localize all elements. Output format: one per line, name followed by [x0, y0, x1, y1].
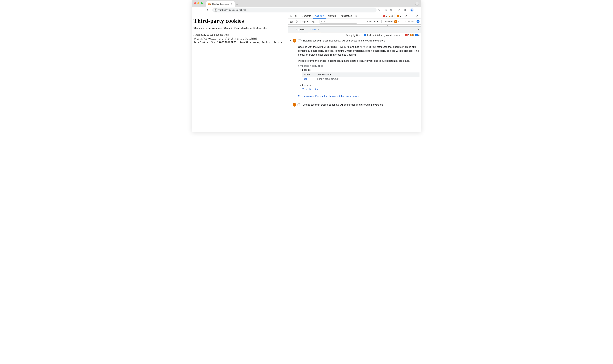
drawer-tab-issues[interactable]: Issues ✕ — [308, 26, 321, 32]
issue-flag-icon: ! — [293, 39, 296, 42]
live-expression-icon[interactable] — [312, 20, 315, 23]
filter-input[interactable]: Filter — [319, 20, 357, 24]
devtools-close-button[interactable]: ✕ — [416, 14, 419, 17]
affected-requests-toggle[interactable]: ▼1 request — [298, 84, 419, 87]
context-selector[interactable]: top ▼ — [302, 20, 308, 23]
issues-link[interactable]: 2 Issues: ! 2 — [385, 20, 399, 23]
svg-line-7 — [380, 10, 380, 11]
svg-point-3 — [215, 9, 215, 10]
bookmark-icon[interactable]: ☆ — [384, 8, 388, 12]
page-mono-2: Set-Cookie: 3pc=1703240163971; SameSite=… — [194, 41, 286, 44]
cookie-domain: x-origin-src.glitch.me/ — [315, 77, 350, 81]
svg-rect-10 — [404, 9, 406, 11]
issue-row[interactable]: ▶ ! 1 Setting cookie in cross-site conte… — [288, 102, 421, 107]
console-settings-icon[interactable] — [417, 20, 419, 23]
error-count[interactable]: 1 — [383, 14, 387, 17]
console-settings-strip — [288, 25, 421, 26]
issue-title: Reading cookie in cross-site context wil… — [303, 39, 385, 42]
minimize-window-button[interactable] — [197, 2, 199, 4]
tab-title: Third-party cookies — [212, 3, 229, 5]
traffic-lights — [194, 2, 203, 4]
svg-point-12 — [411, 9, 412, 10]
sidebar-toggle-icon[interactable] — [290, 20, 293, 23]
console-toolbar: top ▼ Filter All levels ▼ — [288, 19, 421, 25]
page-intro: This demo tries to set one. That's it. T… — [194, 27, 286, 30]
page-heading: Third-party cookies — [194, 17, 286, 24]
tab-network[interactable]: Network — [326, 13, 338, 19]
issue-row[interactable]: ▼ ! 1 Reading cookie in cross-site conte… — [288, 38, 421, 43]
drawer-tab-bar: ⋮ Console Issues ✕ ✕ — [288, 26, 421, 32]
hidden-count[interactable]: 3 hidden — [405, 20, 414, 23]
close-window-button[interactable] — [194, 2, 196, 4]
tab-elements[interactable]: Elements — [300, 13, 313, 19]
expand-triangle-icon[interactable]: ▼ — [290, 40, 292, 42]
tabs-overflow-button[interactable]: » — [354, 14, 358, 17]
inspect-icon[interactable] — [290, 14, 293, 17]
side-panel-icon[interactable] — [404, 9, 408, 11]
issue-detail: Cookies with the SameSite=None; Secure a… — [294, 43, 421, 100]
page-mono-1: https://x-origin-src.glitch.me/set-3pc.h… — [194, 37, 286, 41]
clear-console-icon[interactable] — [295, 20, 298, 23]
page-viewport: Third-party cookies This demo tries to s… — [192, 13, 288, 132]
chrome-menu-button[interactable]: ⋮ — [415, 8, 419, 12]
url-text: third-party-cookies.glitch.me — [218, 9, 246, 11]
maximize-window-button[interactable] — [201, 2, 203, 4]
tab-application[interactable]: Application — [339, 13, 354, 19]
affected-resources-heading: Affected Resources — [298, 65, 419, 67]
browser-tab[interactable]: 🍪 Third-party cookies ✕ — [206, 1, 235, 7]
new-tab-button[interactable]: + — [235, 2, 240, 7]
device-toggle-icon[interactable] — [294, 14, 297, 17]
col-name: Name — [302, 72, 315, 77]
close-icon[interactable]: ✕ — [317, 28, 319, 30]
request-link[interactable]: set-3pc.html — [302, 88, 419, 91]
extensions-icon[interactable] — [390, 9, 394, 11]
devtools-panel: Elements Console Network Application » 1… — [288, 13, 421, 132]
issue-count-pill: 1 — [298, 39, 301, 42]
devtools-tab-bar: Elements Console Network Application » 1… — [288, 13, 421, 19]
issues-count[interactable]: ! 2 — [397, 14, 401, 17]
issue-count-pill: 1 — [297, 104, 301, 106]
include-3pc-checkbox[interactable]: ✓ Include third-party cookie issues — [364, 34, 400, 37]
learn-more-link[interactable]: Learn more: Prepare for phasing out thir… — [298, 95, 419, 97]
labs-icon[interactable] — [398, 9, 403, 11]
chevron-down-icon: ▼ — [377, 21, 378, 23]
svg-line-21 — [296, 21, 298, 22]
svg-point-22 — [313, 21, 314, 22]
reload-button[interactable] — [206, 8, 210, 12]
svg-rect-15 — [296, 15, 296, 17]
zoom-icon[interactable] — [378, 9, 382, 11]
col-domain: Domain & Path — [315, 72, 350, 77]
log-levels-selector[interactable]: All levels ▼ — [367, 20, 378, 23]
issues-toolbar: Group by kind ✓ Include third-party cook… — [288, 32, 421, 38]
profile-avatar[interactable] — [410, 8, 414, 12]
badge-warnings[interactable]: !2 — [410, 34, 414, 36]
tabs-dropdown-button[interactable]: ⌄ — [415, 2, 419, 6]
site-settings-icon[interactable] — [214, 9, 217, 12]
issue-flag-icon: ! — [394, 20, 397, 23]
cookie-table: Name Domain & Path 3pc x-origin-src.glit… — [302, 72, 419, 81]
url-bar[interactable]: third-party-cookies.glitch.me — [212, 8, 377, 13]
drawer-menu-button[interactable]: ⋮ — [290, 28, 292, 31]
drawer-close-button[interactable]: ✕ — [417, 28, 419, 31]
back-button[interactable] — [194, 8, 198, 12]
drawer-tab-console[interactable]: Console — [294, 26, 306, 32]
affected-cookies-toggle[interactable]: ▼1 cookie — [298, 68, 419, 71]
issue-flag-icon: ! — [397, 14, 399, 17]
expand-triangle-icon[interactable]: ▶ — [290, 104, 291, 106]
table-row: 3pc x-origin-src.glitch.me/ — [302, 77, 419, 81]
svg-point-4 — [216, 10, 216, 10]
warning-count[interactable]: ▲ 2 — [389, 14, 392, 17]
warning-icon: ▲ — [389, 14, 391, 17]
forward-button[interactable] — [200, 8, 204, 12]
badge-errors[interactable]: ✕0 — [405, 34, 409, 36]
cookie-name-link[interactable]: 3pc — [302, 77, 315, 81]
chevron-down-icon: ▼ — [307, 21, 308, 23]
badge-info[interactable]: ➜0 — [415, 34, 419, 36]
tab-console[interactable]: Console — [313, 13, 326, 19]
close-tab-button[interactable]: ✕ — [231, 3, 233, 5]
group-by-kind-checkbox[interactable]: Group by kind — [343, 34, 360, 37]
svg-point-23 — [418, 21, 418, 22]
issue-title: Setting cookie in cross-site context wil… — [303, 104, 383, 106]
settings-icon[interactable] — [405, 14, 408, 17]
devtools-menu-button[interactable]: ⋮ — [410, 14, 414, 17]
